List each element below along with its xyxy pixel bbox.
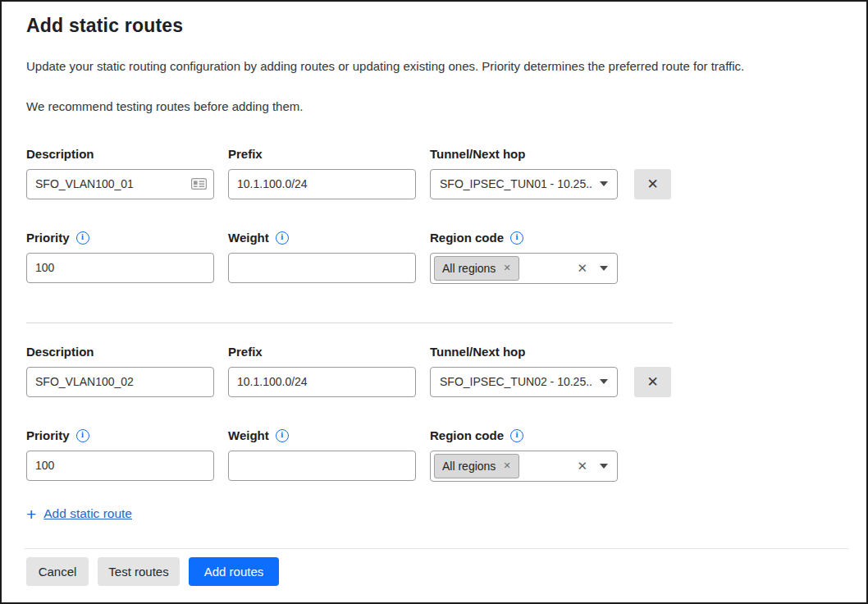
priority-field-group: Priority i (26, 428, 214, 481)
region-tag-chip: All regions ✕ (434, 256, 519, 281)
region-field-group: Region code i All regions ✕ ✕ (430, 231, 618, 284)
prefix-input[interactable] (228, 169, 416, 199)
tunnel-label: Tunnel/Next hop (430, 345, 618, 359)
prefix-label: Prefix (228, 345, 416, 359)
add-routes-button[interactable]: Add routes (189, 557, 279, 586)
region-multiselect[interactable]: All regions ✕ ✕ (430, 451, 618, 482)
weight-input[interactable] (228, 253, 416, 283)
chevron-down-icon (600, 181, 608, 186)
priority-input[interactable] (26, 451, 214, 481)
footer-divider (25, 548, 848, 549)
region-tag-label: All regions (442, 262, 496, 275)
info-icon[interactable]: i (276, 429, 289, 442)
route-entry-1: Description (26, 147, 848, 284)
weight-label: Weight (228, 231, 269, 245)
close-icon: ✕ (646, 176, 658, 193)
close-icon: ✕ (646, 373, 658, 391)
tunnel-label: Tunnel/Next hop (430, 147, 618, 162)
chevron-down-icon (600, 464, 608, 469)
tunnel-select[interactable]: SFO_IPSEC_TUN02 - 10.25... (430, 367, 618, 397)
weight-label: Weight (228, 428, 269, 442)
region-code-label: Region code (430, 231, 504, 245)
description-input[interactable] (26, 169, 214, 199)
prefix-label: Prefix (228, 147, 416, 162)
prefix-field-group: Prefix (228, 345, 416, 397)
plus-icon: + (26, 506, 36, 523)
chip-remove-icon[interactable]: ✕ (503, 460, 510, 471)
footer-actions: Cancel Test routes Add routes (26, 557, 866, 586)
intro-text-2: We recommend testing routes before addin… (26, 98, 848, 115)
intro-text-1: Update your static routing configuration… (26, 58, 848, 75)
chip-remove-icon[interactable]: ✕ (503, 263, 510, 273)
tunnel-selected-value: SFO_IPSEC_TUN02 - 10.25... (440, 375, 593, 388)
prefix-input[interactable] (228, 367, 416, 397)
description-field-group: Description (26, 147, 214, 199)
clear-selection-icon[interactable]: ✕ (577, 261, 587, 276)
add-static-route-row: + Add static route (26, 506, 848, 523)
info-icon[interactable]: i (510, 231, 523, 245)
weight-input[interactable] (228, 451, 416, 481)
test-routes-button[interactable]: Test routes (98, 557, 180, 586)
tunnel-select[interactable]: SFO_IPSEC_TUN01 - 10.25... (430, 169, 618, 199)
region-code-label: Region code (430, 428, 504, 442)
add-static-routes-panel: Add static routes Update your static rou… (2, 2, 866, 523)
contact-card-icon[interactable] (191, 178, 207, 190)
tunnel-field-group: Tunnel/Next hop SFO_IPSEC_TUN02 - 10.25.… (430, 345, 618, 397)
tunnel-selected-value: SFO_IPSEC_TUN01 - 10.25... (440, 177, 593, 190)
cancel-button[interactable]: Cancel (26, 557, 89, 586)
clear-selection-icon[interactable]: ✕ (577, 459, 587, 474)
tunnel-field-group: Tunnel/Next hop SFO_IPSEC_TUN01 - 10.25.… (430, 147, 618, 199)
add-static-route-link[interactable]: Add static route (43, 506, 132, 521)
region-multiselect[interactable]: All regions ✕ ✕ (430, 253, 618, 284)
priority-label: Priority (26, 428, 70, 442)
description-label: Description (26, 147, 214, 162)
weight-field-group: Weight i (228, 231, 416, 283)
priority-field-group: Priority i (26, 231, 214, 283)
info-icon[interactable]: i (76, 231, 89, 245)
chevron-down-icon (600, 379, 608, 384)
region-field-group: Region code i All regions ✕ ✕ (430, 428, 618, 482)
region-tag-chip: All regions ✕ (434, 454, 519, 478)
info-icon[interactable]: i (76, 429, 89, 442)
page-title: Add static routes (26, 15, 848, 37)
weight-field-group: Weight i (228, 428, 416, 481)
chevron-down-icon (600, 266, 608, 271)
route-entry-2: Description Prefix Tunnel/Next hop SFO_I… (26, 345, 848, 482)
priority-label: Priority (26, 231, 70, 245)
description-field-group: Description (26, 345, 214, 397)
priority-input[interactable] (26, 253, 214, 283)
section-divider (26, 323, 673, 323)
info-icon[interactable]: i (276, 231, 289, 245)
prefix-field-group: Prefix (228, 147, 416, 199)
remove-route-button[interactable]: ✕ (634, 367, 671, 397)
info-icon[interactable]: i (510, 429, 523, 442)
description-input[interactable] (26, 367, 214, 397)
description-label: Description (26, 345, 214, 359)
remove-route-button[interactable]: ✕ (634, 169, 671, 199)
region-tag-label: All regions (442, 460, 496, 473)
